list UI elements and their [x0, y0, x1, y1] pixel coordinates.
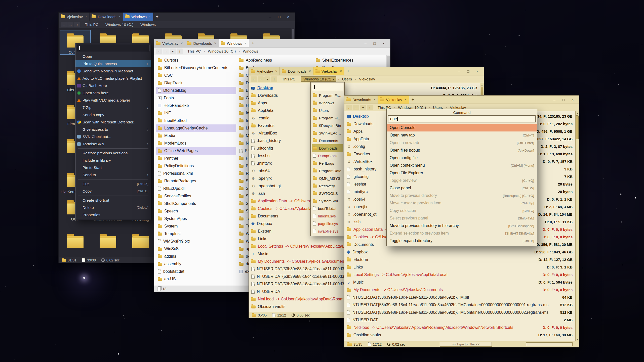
command-move-to-previous-directory[interactable]: Move to previous directory[Backspace] [C…: [387, 192, 537, 199]
breadcrumb-windows-10-c[interactable]: Windows 10 (C:): [104, 22, 135, 27]
command-open-files-popup[interactable]: Open files popup[Alt+Down]: [387, 147, 537, 154]
maximize-button[interactable]: □: [370, 41, 379, 46]
file-row-systemapps[interactable]: SystemApps: [156, 215, 236, 222]
menu-item-pin-to-quick-access[interactable]: Pin to Quick access+: [75, 60, 151, 67]
maximize-button[interactable]: □: [275, 15, 284, 19]
scrollbar-thumb[interactable]: [576, 115, 579, 139]
file-row-cursors[interactable]: Cursors: [156, 57, 236, 64]
file-row-bitlockerdiscoveryvolumecontents[interactable]: BitLockerDiscoveryVolumeContents: [156, 64, 236, 72]
forward-button[interactable]: →: [67, 22, 73, 27]
breadcrumb-vjekoslav[interactable]: Vjekoslav: [358, 76, 376, 82]
forward-button[interactable]: →: [163, 49, 169, 54]
maximize-button[interactable]: □: [464, 69, 473, 73]
file-row-my-documents[interactable]: My Documents -> C:\Users\Vjekoslav\Docum…: [344, 286, 579, 294]
close-button[interactable]: ×: [473, 69, 482, 73]
scroll-up-icon[interactable]: ▲: [576, 111, 579, 115]
file-row-speech[interactable]: Speech: [156, 207, 236, 215]
close-button[interactable]: ×: [284, 15, 293, 19]
tab-vjekoslav[interactable]: Vjekoslav×: [59, 13, 90, 21]
menu-item-create-shortcut[interactable]: Create shortcut: [75, 197, 151, 204]
file-row-ntuser-dat[interactable]: NTUSER.DAT2 MB: [344, 316, 579, 324]
menu-item-7-zip[interactable]: 7-Zip›: [75, 104, 151, 111]
file-row-policydefinitions[interactable]: PolicyDefinitions: [156, 162, 236, 170]
dropdown-filter-input[interactable]: [312, 84, 343, 90]
command-open-in-new-tab[interactable]: Open in new tab[Ctrl+Enter]: [387, 139, 537, 147]
new-tab-button[interactable]: +: [344, 67, 352, 75]
dropdown-item-windows[interactable]: Windows: [312, 99, 343, 107]
file-row-csc[interactable]: CSC: [156, 72, 236, 79]
minimize-button[interactable]: –: [550, 98, 559, 102]
menu-item-git-bash-here[interactable]: Git Bash Here: [75, 82, 151, 89]
tab-close-icon[interactable]: ×: [119, 15, 121, 19]
grid-item-folder[interactable]: [126, 231, 156, 251]
file-row-obsidian-vaults[interactable]: Obsidian vaultsD: 17, F: 149, 38 MB: [344, 331, 579, 339]
dropdown-item-pagefile-sys[interactable]: pagefile.sys: [312, 220, 343, 227]
menu-item-open-vim-here[interactable]: Open Vim here: [75, 89, 151, 97]
grid-item-folder[interactable]: [93, 231, 123, 251]
dropdown-item-recovery[interactable]: Recovery: [312, 182, 343, 190]
command-move-to-previous-directory-in-hierarchy[interactable]: Move to previous directory in hierarchy[…: [387, 222, 537, 230]
dropdown-item-dumpstack-log-tmp[interactable]: DumpStack.log.tmp: [312, 152, 343, 159]
grid-item-folder[interactable]: [60, 231, 90, 251]
file-row-shellcomponents[interactable]: ShellComponents: [156, 200, 236, 207]
file-row-media[interactable]: Media: [156, 132, 236, 140]
history-button[interactable]: ▾: [170, 49, 176, 54]
tab-downloads[interactable]: Downloads×: [280, 67, 313, 75]
context-menu-filter-input[interactable]: [77, 45, 149, 51]
scroll-down-icon[interactable]: ▼: [576, 338, 579, 341]
file-row-inputmethod[interactable]: InputMethod: [156, 117, 236, 124]
tab-close-icon[interactable]: ×: [245, 41, 247, 45]
forward-button[interactable]: →: [353, 105, 359, 110]
command-move-cursor-to-previous-item[interactable]: Move cursor to previous item[Ctrl+Up]: [387, 199, 537, 207]
file-row-desktop[interactable]: DesktopD: 43034, F: 125185, 23 GB: [249, 84, 484, 92]
tab-vjekoslav[interactable]: Vjekoslav×: [154, 39, 185, 47]
forward-button[interactable]: →: [258, 76, 264, 82]
menu-item-send-to[interactable]: Send to›: [75, 171, 151, 178]
up-button[interactable]: ↑: [177, 49, 183, 54]
menu-item-properties[interactable]: Properties: [75, 211, 151, 218]
tab-downloads[interactable]: Downloads×: [185, 39, 219, 47]
tab-downloads[interactable]: Downloads×: [90, 13, 123, 21]
up-button[interactable]: ↑: [367, 105, 373, 110]
file-row-assembly[interactable]: assembly: [156, 260, 236, 268]
tab-close-icon[interactable]: ×: [181, 41, 183, 45]
file-row-appreadiness[interactable]: AppReadiness: [238, 57, 313, 64]
file-row-ntuser-dat-53b39e88-18c4-11ea-a811-000d3aa4692b-tm-blf[interactable]: NTUSER.DAT{53b39e88-18c4-11ea-a811-000d3…: [344, 294, 579, 301]
file-row-dtcinstall-log[interactable]: DtcInstall.log: [156, 87, 236, 94]
command-extend-selection-to-previous-item[interactable]: Extend selection to previous item[Shift+…: [387, 230, 537, 237]
menu-item-tortoisesvn[interactable]: TortoiseSVN›: [75, 140, 151, 148]
menu-item-give-access-to[interactable]: Give access to›: [75, 126, 151, 133]
breadcrumb-windows[interactable]: Windows: [139, 22, 157, 27]
file-row-winsxs[interactable]: WinSxS: [156, 245, 236, 253]
history-button[interactable]: ▾: [264, 76, 270, 82]
tab-close-icon[interactable]: ×: [340, 69, 342, 73]
file-row-bootstat-dat[interactable]: bootstat.dat: [156, 268, 236, 275]
up-button[interactable]: ↑: [74, 22, 80, 27]
file-row-system[interactable]: System: [156, 222, 236, 230]
command-open-console[interactable]: Open Console: [387, 124, 537, 131]
titlebar-drag-area[interactable]: [161, 13, 266, 21]
file-row-ntuser-dat-53b39e88-18c4-11ea-a811-000d3aa4692b-tmcontainer00000000000000000001-regtrans-ms[interactable]: NTUSER.DAT{53b39e88-18c4-11ea-a811-000d3…: [344, 301, 579, 309]
menu-item-include-in-library[interactable]: Include in library›: [75, 157, 151, 164]
dropdown-item-boottel-dat[interactable]: bootTel.dat: [312, 205, 343, 212]
breadcrumb-windows-10-c[interactable]: Windows 10 (C:)▾: [301, 76, 336, 82]
dropdown-item-documents-and-settings[interactable]: Documents and Settings: [312, 137, 343, 144]
file-row-offline-web-pages[interactable]: Offline Web Pages: [156, 147, 236, 155]
menu-item-copy[interactable]: Copy[Ctrl+C]: [75, 188, 151, 195]
dropdown-item-program-files-x86[interactable]: Program Files (x86): [312, 114, 343, 122]
file-row-dropbox[interactable]: DropboxD: 230, F: 1043, 46 GB: [344, 248, 579, 256]
breadcrumb-this-pc[interactable]: This PC: [281, 76, 297, 82]
file-row-panther[interactable]: Panther: [156, 155, 236, 162]
file-row-links[interactable]: LinksD: 0, F: 3, 1 KB: [344, 263, 579, 271]
dropdown-item-recycle-bin[interactable]: $Recycle.Bin: [312, 122, 343, 129]
file-row-helppane-exe[interactable]: HelpPane.exe: [156, 102, 236, 109]
new-tab-button[interactable]: +: [249, 39, 257, 47]
menu-item-pin-to-start[interactable]: Pin to Start: [75, 164, 151, 171]
breadcrumb-this-pc[interactable]: This PC: [186, 49, 202, 54]
command-open-context-menu[interactable]: Open context menu[Ctrl+M] [Menu]: [387, 162, 537, 169]
minimize-button[interactable]: –: [361, 41, 370, 46]
dropdown-item-hiberfil-sys[interactable]: hiberfil.sys: [312, 212, 343, 220]
breadcrumb-windows-10-c[interactable]: Windows 10 (C:): [207, 49, 237, 54]
filter-hint[interactable]: >> Type to filter <<: [440, 342, 492, 347]
back-button[interactable]: ←: [251, 76, 257, 82]
